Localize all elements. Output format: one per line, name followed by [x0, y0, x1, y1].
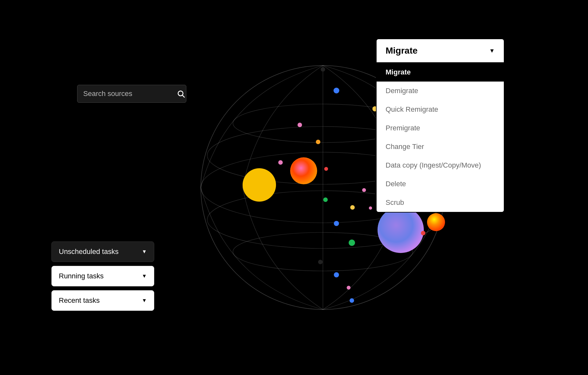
svg-point-24 [334, 272, 339, 277]
svg-point-16 [290, 157, 317, 184]
running-tasks-chevron: ▼ [142, 273, 147, 279]
running-tasks-label: Running tasks [59, 272, 103, 280]
migrate-option-change-tier[interactable]: Change Tier [377, 137, 504, 156]
search-input[interactable] [83, 90, 172, 98]
unscheduled-tasks-chevron: ▼ [142, 249, 147, 255]
migrate-dropdown-container: Migrate ▼ Migrate Demigrate Quick Remigr… [376, 39, 504, 213]
svg-point-14 [324, 167, 328, 171]
svg-point-21 [334, 221, 339, 226]
svg-point-26 [350, 298, 354, 303]
svg-point-28 [421, 231, 425, 235]
search-button[interactable] [177, 90, 185, 98]
svg-point-8 [321, 67, 325, 72]
migrate-option-demigrate[interactable]: Demigrate [377, 82, 504, 100]
svg-point-9 [334, 88, 339, 93]
search-box [77, 85, 186, 103]
recent-tasks-dropdown[interactable]: Recent tasks ▼ [51, 290, 154, 311]
migrate-option-migrate[interactable]: Migrate [377, 63, 504, 82]
svg-point-25 [347, 286, 351, 290]
svg-point-18 [350, 205, 355, 210]
migrate-option-quick-remigrate[interactable]: Quick Remigrate [377, 100, 504, 119]
left-dropdowns-container: Unscheduled tasks ▼ Running tasks ▼ Rece… [51, 241, 154, 311]
svg-point-19 [362, 188, 366, 192]
migrate-option-scrub[interactable]: Scrub [377, 193, 504, 212]
recent-tasks-chevron: ▼ [142, 298, 147, 303]
svg-point-12 [316, 140, 320, 144]
migrate-option-delete[interactable]: Delete [377, 175, 504, 193]
unscheduled-tasks-dropdown[interactable]: Unscheduled tasks ▼ [51, 241, 154, 262]
svg-point-20 [369, 206, 372, 210]
recent-tasks-label: Recent tasks [59, 296, 100, 305]
svg-point-23 [318, 260, 323, 264]
migrate-trigger-chevron: ▼ [489, 48, 495, 54]
running-tasks-dropdown[interactable]: Running tasks ▼ [51, 266, 154, 286]
migrate-menu: Migrate Demigrate Quick Remigrate Premig… [376, 63, 504, 213]
migrate-option-data-copy[interactable]: Data copy (Ingest/Copy/Move) [377, 156, 504, 175]
svg-point-27 [378, 207, 424, 253]
migrate-trigger-label: Migrate [386, 46, 418, 56]
svg-point-15 [243, 168, 276, 202]
svg-line-31 [183, 95, 184, 97]
migrate-trigger-button[interactable]: Migrate ▼ [376, 39, 504, 63]
unscheduled-tasks-label: Unscheduled tasks [59, 248, 119, 256]
svg-point-13 [278, 160, 283, 165]
search-icon [177, 90, 185, 98]
svg-point-17 [323, 197, 328, 202]
migrate-option-premigrate[interactable]: Premigrate [377, 119, 504, 137]
svg-point-29 [427, 213, 445, 231]
svg-point-22 [349, 240, 355, 246]
svg-point-11 [298, 123, 302, 127]
